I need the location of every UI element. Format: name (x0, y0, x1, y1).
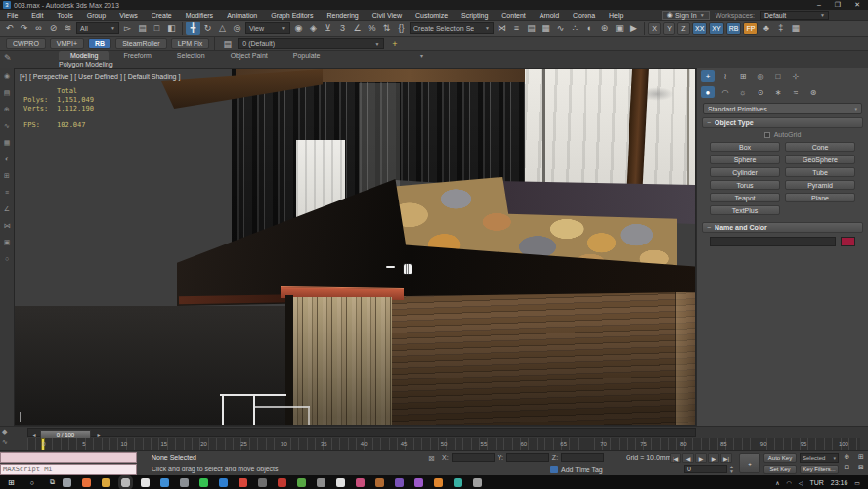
auto-key-button[interactable]: Auto Key (763, 453, 797, 463)
material-editor-icon[interactable]: ◐ (583, 22, 597, 35)
arnold[interactable]: Arnold (533, 12, 566, 19)
autogrid-checkbox[interactable] (764, 132, 770, 138)
sphere[interactable]: Sphere (710, 155, 780, 164)
app-11[interactable] (258, 478, 267, 487)
layer-manager-icon[interactable]: ▤ (524, 22, 539, 35)
frame-tick-100[interactable]: 100 (839, 441, 848, 447)
category-systems[interactable]: ⊛ (806, 86, 820, 98)
zoom-region-icon[interactable]: ⊠ (855, 463, 868, 472)
selection-filter-dropdown[interactable]: All▼ (76, 22, 119, 34)
teapot[interactable]: Teapot (710, 193, 780, 202)
key-mode-dropdown[interactable]: Selected▾ (800, 453, 839, 463)
viewport-label[interactable]: [+] [ Perspective ] [ User Defined ] [ D… (20, 73, 180, 80)
create[interactable]: Create (145, 12, 179, 19)
tab-hierarchy[interactable]: ⊞ (736, 70, 750, 82)
category-shapes[interactable]: ◠ (718, 86, 732, 98)
maximize-button[interactable]: ❐ (835, 1, 841, 9)
y-button[interactable]: Y (663, 22, 675, 35)
redo-icon[interactable]: ↷ (17, 22, 31, 35)
frame-tick-65[interactable]: 65 (560, 441, 567, 447)
file[interactable]: File (0, 12, 24, 19)
frame-tick-0[interactable]: 0 (42, 441, 45, 447)
customize[interactable]: Customize (409, 12, 455, 19)
previous-frame-icon[interactable]: ◀ (682, 453, 694, 463)
mini-curve-editor-icon[interactable]: ∿ (2, 438, 8, 446)
torus[interactable]: Torus (710, 180, 780, 190)
unlink-selection-icon[interactable]: ⊘ (46, 22, 61, 35)
rb-button[interactable]: RB (88, 38, 111, 49)
frame-tick-35[interactable]: 35 (321, 441, 327, 447)
frame-tick-70[interactable]: 70 (600, 441, 607, 447)
tray-expand-icon[interactable]: ∧ (775, 479, 779, 486)
render-setup-icon[interactable]: ⊛ (597, 22, 612, 35)
graph-editors[interactable]: Graph Editors (264, 12, 320, 19)
rendering[interactable]: Rendering (320, 12, 365, 19)
frame-tick-40[interactable]: 40 (361, 441, 368, 447)
scripting[interactable]: Scripting (455, 12, 495, 19)
timeline-key-icon[interactable]: ◆ (2, 428, 8, 436)
notification-center-icon[interactable]: ▭ (854, 479, 860, 486)
app-folder[interactable] (102, 478, 110, 487)
frame-tick-85[interactable]: 85 (720, 441, 727, 447)
x-button[interactable]: X (648, 22, 661, 35)
box[interactable]: Box (710, 142, 780, 152)
add-time-tag[interactable]: Add Time Tag (550, 466, 603, 473)
language-indicator[interactable]: TUR (809, 479, 823, 486)
views[interactable]: Views (112, 12, 145, 19)
app-7[interactable] (180, 478, 189, 487)
curve-editor-icon[interactable]: ∿ (553, 22, 568, 35)
select-object-icon[interactable]: ▻ (120, 22, 135, 35)
xx-button[interactable]: XX (692, 22, 707, 35)
app-6[interactable] (160, 478, 169, 487)
snap-toggle-icon[interactable]: 3 (335, 22, 350, 35)
network-icon[interactable]: ◠ (787, 479, 792, 486)
keyboard-override-icon[interactable]: ⊻ (321, 22, 335, 35)
app-9[interactable] (219, 478, 228, 487)
select-and-place-icon[interactable]: ◎ (230, 22, 244, 35)
set-keys-button[interactable]: + (739, 453, 760, 473)
next-frame-icon[interactable]: ▶ (708, 453, 719, 463)
z-button[interactable]: Z (677, 22, 690, 35)
selection-button[interactable]: Selection (165, 51, 217, 60)
viewport-tool-9[interactable]: ∠ (4, 205, 10, 213)
app-14[interactable] (317, 478, 326, 487)
app-20[interactable] (434, 478, 443, 487)
ribbon-collapse-icon[interactable]: ▾ (420, 52, 423, 59)
workspace-dropdown[interactable]: Default▼ (760, 11, 829, 20)
name-color-header[interactable]: − Name and Color (702, 222, 863, 233)
category-helpers[interactable]: ∗ (771, 86, 785, 98)
frame-tick-75[interactable]: 75 (640, 441, 647, 447)
category-lights[interactable]: ☼ (736, 86, 750, 98)
rectangular-selection-region-icon[interactable]: □ (150, 22, 164, 35)
polygon-modeling-section[interactable]: Polygon Modeling (59, 61, 113, 67)
app-whatsapp[interactable] (199, 478, 208, 487)
app-15[interactable] (336, 478, 345, 487)
rb-button[interactable]: RB (726, 22, 742, 35)
start-button[interactable]: ⊞ (0, 478, 22, 487)
lpm-fix-button[interactable]: LPM Fix (171, 38, 210, 49)
fp-button[interactable]: FP (743, 22, 758, 35)
select-by-name-icon[interactable]: ▤ (135, 22, 150, 35)
maxscript-script-line[interactable]: MAXScript Mi (0, 464, 137, 475)
select-and-move-icon[interactable]: ╋ (186, 22, 200, 35)
category-spacewarps[interactable]: ≈ (789, 86, 803, 98)
xy-button[interactable]: XY (709, 22, 723, 35)
cwpro-button[interactable]: CWPRO (6, 38, 46, 49)
viewport-tool-3[interactable]: ⊕ (4, 106, 10, 113)
app-17[interactable] (375, 478, 384, 487)
textplus[interactable]: TextPlus (710, 205, 780, 215)
frame-tick-20[interactable]: 20 (200, 441, 207, 447)
geosphere[interactable]: GeoSphere (785, 155, 855, 164)
set-key-button[interactable]: Set Key (763, 465, 797, 474)
perspective-viewport[interactable]: [+] [ Perspective ] [ User Defined ] [ D… (14, 68, 696, 426)
help[interactable]: Help (602, 12, 629, 19)
app-1[interactable] (63, 478, 71, 487)
x-coordinate-field[interactable] (452, 453, 495, 462)
select-and-manipulate-icon[interactable]: ◈ (306, 22, 321, 35)
grid-tool-icon[interactable]: ▦ (788, 22, 803, 35)
use-pivot-center-icon[interactable]: ◉ (291, 22, 306, 35)
primitive-category-dropdown[interactable]: Standard Primitives▾ (703, 103, 862, 114)
cylinder[interactable]: Cylinder (710, 167, 780, 177)
volume-icon[interactable]: ◁ (799, 479, 803, 486)
frame-tick-30[interactable]: 30 (281, 441, 287, 447)
